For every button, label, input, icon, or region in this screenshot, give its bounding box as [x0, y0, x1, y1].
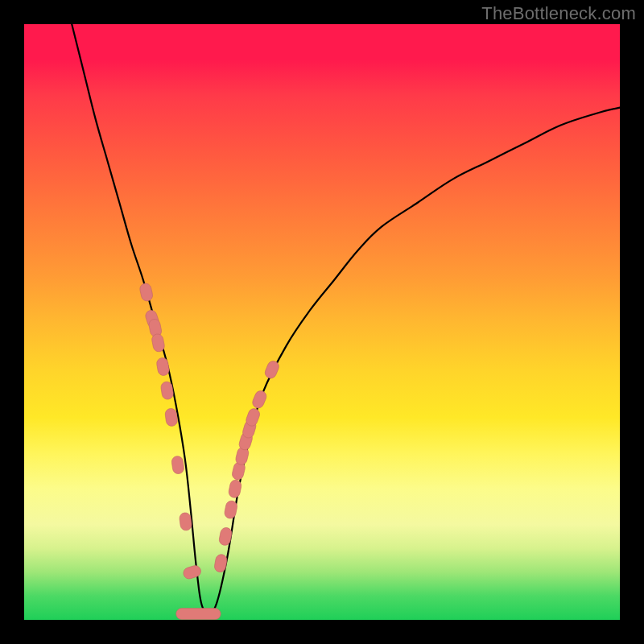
marker-point [156, 357, 171, 376]
marker-group [138, 283, 280, 580]
watermark-text: TheBottleneck.com [481, 3, 636, 24]
bottom-highlight-bar [176, 609, 221, 620]
marker-point [171, 456, 184, 475]
chart-svg [24, 24, 620, 620]
marker-point [164, 408, 178, 427]
plot-area [24, 24, 620, 620]
marker-point [251, 389, 268, 410]
marker-point [138, 283, 153, 303]
chart-frame: TheBottleneck.com [0, 0, 644, 644]
marker-point [224, 500, 238, 519]
marker-point [182, 564, 202, 580]
marker-point [213, 554, 228, 573]
marker-point [228, 479, 242, 498]
marker-point [151, 333, 165, 353]
